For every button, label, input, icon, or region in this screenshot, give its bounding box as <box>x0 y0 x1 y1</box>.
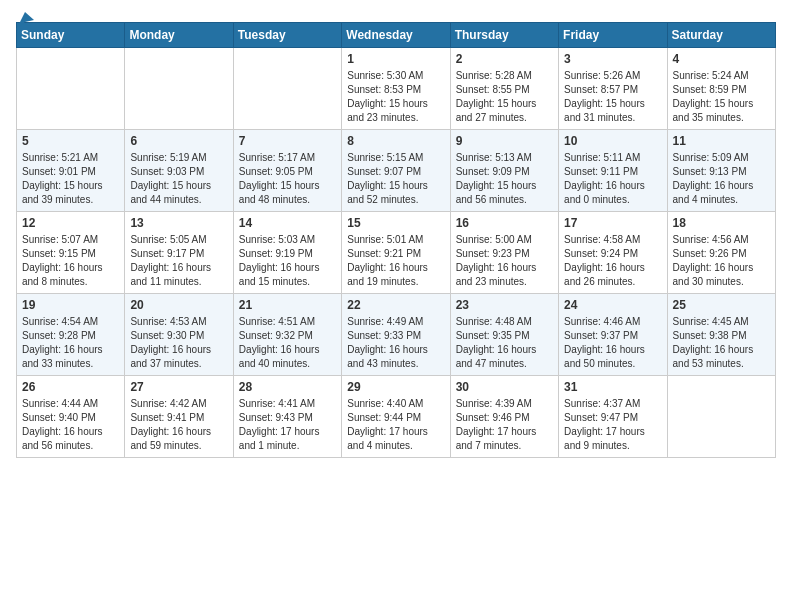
day-info: Sunrise: 4:42 AM Sunset: 9:41 PM Dayligh… <box>130 397 227 453</box>
day-info: Sunrise: 4:46 AM Sunset: 9:37 PM Dayligh… <box>564 315 661 371</box>
day-number: 15 <box>347 216 444 230</box>
day-info: Sunrise: 5:03 AM Sunset: 9:19 PM Dayligh… <box>239 233 336 289</box>
day-info: Sunrise: 5:05 AM Sunset: 9:17 PM Dayligh… <box>130 233 227 289</box>
day-number: 30 <box>456 380 553 394</box>
day-info: Sunrise: 4:37 AM Sunset: 9:47 PM Dayligh… <box>564 397 661 453</box>
day-info: Sunrise: 5:09 AM Sunset: 9:13 PM Dayligh… <box>673 151 770 207</box>
calendar-cell: 21Sunrise: 4:51 AM Sunset: 9:32 PM Dayli… <box>233 294 341 376</box>
calendar-cell: 9Sunrise: 5:13 AM Sunset: 9:09 PM Daylig… <box>450 130 558 212</box>
calendar-cell: 24Sunrise: 4:46 AM Sunset: 9:37 PM Dayli… <box>559 294 667 376</box>
day-number: 7 <box>239 134 336 148</box>
day-number: 10 <box>564 134 661 148</box>
calendar-cell: 23Sunrise: 4:48 AM Sunset: 9:35 PM Dayli… <box>450 294 558 376</box>
weekday-header-friday: Friday <box>559 23 667 48</box>
calendar-cell: 6Sunrise: 5:19 AM Sunset: 9:03 PM Daylig… <box>125 130 233 212</box>
day-number: 27 <box>130 380 227 394</box>
day-info: Sunrise: 5:00 AM Sunset: 9:23 PM Dayligh… <box>456 233 553 289</box>
day-info: Sunrise: 5:26 AM Sunset: 8:57 PM Dayligh… <box>564 69 661 125</box>
day-number: 22 <box>347 298 444 312</box>
day-info: Sunrise: 4:54 AM Sunset: 9:28 PM Dayligh… <box>22 315 119 371</box>
calendar-cell: 30Sunrise: 4:39 AM Sunset: 9:46 PM Dayli… <box>450 376 558 458</box>
day-info: Sunrise: 5:30 AM Sunset: 8:53 PM Dayligh… <box>347 69 444 125</box>
day-info: Sunrise: 5:11 AM Sunset: 9:11 PM Dayligh… <box>564 151 661 207</box>
calendar-cell <box>17 48 125 130</box>
day-number: 16 <box>456 216 553 230</box>
calendar-cell: 20Sunrise: 4:53 AM Sunset: 9:30 PM Dayli… <box>125 294 233 376</box>
calendar-cell: 29Sunrise: 4:40 AM Sunset: 9:44 PM Dayli… <box>342 376 450 458</box>
day-number: 9 <box>456 134 553 148</box>
calendar-cell: 7Sunrise: 5:17 AM Sunset: 9:05 PM Daylig… <box>233 130 341 212</box>
calendar-cell: 13Sunrise: 5:05 AM Sunset: 9:17 PM Dayli… <box>125 212 233 294</box>
day-info: Sunrise: 5:28 AM Sunset: 8:55 PM Dayligh… <box>456 69 553 125</box>
calendar-cell: 31Sunrise: 4:37 AM Sunset: 9:47 PM Dayli… <box>559 376 667 458</box>
calendar-cell: 8Sunrise: 5:15 AM Sunset: 9:07 PM Daylig… <box>342 130 450 212</box>
calendar-cell: 15Sunrise: 5:01 AM Sunset: 9:21 PM Dayli… <box>342 212 450 294</box>
weekday-header-row: SundayMondayTuesdayWednesdayThursdayFrid… <box>17 23 776 48</box>
day-info: Sunrise: 4:56 AM Sunset: 9:26 PM Dayligh… <box>673 233 770 289</box>
day-info: Sunrise: 4:49 AM Sunset: 9:33 PM Dayligh… <box>347 315 444 371</box>
day-number: 8 <box>347 134 444 148</box>
calendar-cell: 22Sunrise: 4:49 AM Sunset: 9:33 PM Dayli… <box>342 294 450 376</box>
day-info: Sunrise: 4:58 AM Sunset: 9:24 PM Dayligh… <box>564 233 661 289</box>
svg-marker-0 <box>16 12 34 30</box>
day-info: Sunrise: 5:15 AM Sunset: 9:07 PM Dayligh… <box>347 151 444 207</box>
day-info: Sunrise: 4:44 AM Sunset: 9:40 PM Dayligh… <box>22 397 119 453</box>
weekday-header-thursday: Thursday <box>450 23 558 48</box>
day-number: 26 <box>22 380 119 394</box>
weekday-header-monday: Monday <box>125 23 233 48</box>
day-number: 14 <box>239 216 336 230</box>
day-info: Sunrise: 4:41 AM Sunset: 9:43 PM Dayligh… <box>239 397 336 453</box>
calendar-cell <box>667 376 775 458</box>
calendar-cell: 11Sunrise: 5:09 AM Sunset: 9:13 PM Dayli… <box>667 130 775 212</box>
day-info: Sunrise: 5:01 AM Sunset: 9:21 PM Dayligh… <box>347 233 444 289</box>
day-info: Sunrise: 4:53 AM Sunset: 9:30 PM Dayligh… <box>130 315 227 371</box>
calendar-cell: 17Sunrise: 4:58 AM Sunset: 9:24 PM Dayli… <box>559 212 667 294</box>
day-number: 28 <box>239 380 336 394</box>
calendar-table: SundayMondayTuesdayWednesdayThursdayFrid… <box>16 22 776 458</box>
week-row-2: 5Sunrise: 5:21 AM Sunset: 9:01 PM Daylig… <box>17 130 776 212</box>
day-number: 12 <box>22 216 119 230</box>
day-number: 29 <box>347 380 444 394</box>
day-number: 1 <box>347 52 444 66</box>
calendar-cell: 3Sunrise: 5:26 AM Sunset: 8:57 PM Daylig… <box>559 48 667 130</box>
day-info: Sunrise: 4:51 AM Sunset: 9:32 PM Dayligh… <box>239 315 336 371</box>
calendar-cell: 2Sunrise: 5:28 AM Sunset: 8:55 PM Daylig… <box>450 48 558 130</box>
day-number: 2 <box>456 52 553 66</box>
day-info: Sunrise: 4:40 AM Sunset: 9:44 PM Dayligh… <box>347 397 444 453</box>
day-number: 24 <box>564 298 661 312</box>
calendar-cell: 18Sunrise: 4:56 AM Sunset: 9:26 PM Dayli… <box>667 212 775 294</box>
day-info: Sunrise: 4:39 AM Sunset: 9:46 PM Dayligh… <box>456 397 553 453</box>
day-number: 19 <box>22 298 119 312</box>
day-number: 17 <box>564 216 661 230</box>
day-number: 3 <box>564 52 661 66</box>
calendar-cell <box>125 48 233 130</box>
week-row-5: 26Sunrise: 4:44 AM Sunset: 9:40 PM Dayli… <box>17 376 776 458</box>
day-number: 6 <box>130 134 227 148</box>
day-info: Sunrise: 4:45 AM Sunset: 9:38 PM Dayligh… <box>673 315 770 371</box>
day-number: 13 <box>130 216 227 230</box>
weekday-header-saturday: Saturday <box>667 23 775 48</box>
day-number: 31 <box>564 380 661 394</box>
calendar-cell: 25Sunrise: 4:45 AM Sunset: 9:38 PM Dayli… <box>667 294 775 376</box>
day-info: Sunrise: 4:48 AM Sunset: 9:35 PM Dayligh… <box>456 315 553 371</box>
calendar-cell: 27Sunrise: 4:42 AM Sunset: 9:41 PM Dayli… <box>125 376 233 458</box>
calendar-cell <box>233 48 341 130</box>
day-number: 21 <box>239 298 336 312</box>
calendar-cell: 14Sunrise: 5:03 AM Sunset: 9:19 PM Dayli… <box>233 212 341 294</box>
day-number: 5 <box>22 134 119 148</box>
day-info: Sunrise: 5:13 AM Sunset: 9:09 PM Dayligh… <box>456 151 553 207</box>
week-row-3: 12Sunrise: 5:07 AM Sunset: 9:15 PM Dayli… <box>17 212 776 294</box>
day-number: 11 <box>673 134 770 148</box>
calendar-cell: 16Sunrise: 5:00 AM Sunset: 9:23 PM Dayli… <box>450 212 558 294</box>
calendar-cell: 28Sunrise: 4:41 AM Sunset: 9:43 PM Dayli… <box>233 376 341 458</box>
calendar-cell: 5Sunrise: 5:21 AM Sunset: 9:01 PM Daylig… <box>17 130 125 212</box>
logo-bird-icon <box>16 12 34 30</box>
day-number: 25 <box>673 298 770 312</box>
week-row-1: 1Sunrise: 5:30 AM Sunset: 8:53 PM Daylig… <box>17 48 776 130</box>
day-number: 4 <box>673 52 770 66</box>
calendar-cell: 19Sunrise: 4:54 AM Sunset: 9:28 PM Dayli… <box>17 294 125 376</box>
weekday-header-wednesday: Wednesday <box>342 23 450 48</box>
day-info: Sunrise: 5:07 AM Sunset: 9:15 PM Dayligh… <box>22 233 119 289</box>
day-number: 23 <box>456 298 553 312</box>
calendar-cell: 1Sunrise: 5:30 AM Sunset: 8:53 PM Daylig… <box>342 48 450 130</box>
